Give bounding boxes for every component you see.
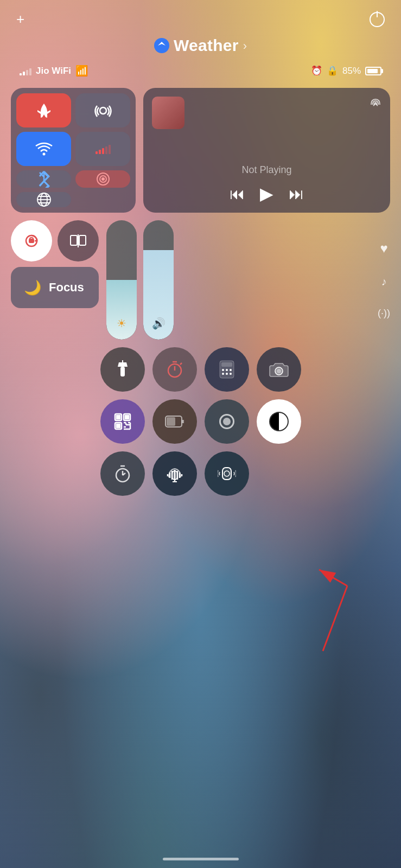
svg-rect-10	[71, 235, 77, 245]
svg-marker-14	[118, 362, 128, 367]
svg-point-21	[230, 369, 232, 371]
controls-area: Not Playing ⏮ ▶ ⏭	[0, 82, 401, 501]
flashlight-button[interactable]	[100, 347, 145, 392]
lock-mirror-row	[11, 220, 99, 261]
weather-header[interactable]: Weather ›	[0, 33, 401, 62]
svg-rect-18	[221, 362, 232, 367]
svg-point-19	[222, 369, 224, 371]
status-bar: Jio WiFi 📶 ⏰ 🔒 85%	[0, 62, 401, 82]
svg-point-23	[226, 373, 228, 375]
screen-mirror-button[interactable]	[58, 220, 99, 261]
weather-title: Weather	[174, 36, 239, 55]
location-icon	[154, 38, 169, 53]
empty-slot	[257, 451, 301, 496]
left-buttons-col: 🌙 Focus	[11, 220, 99, 308]
music-note-icon[interactable]: ♪	[381, 276, 387, 288]
sound-recognition-button[interactable]	[152, 451, 197, 496]
row-connectivity-media: Not Playing ⏮ ▶ ⏭	[11, 88, 390, 213]
svg-rect-11	[79, 235, 86, 245]
play-pause-button[interactable]: ▶	[260, 183, 273, 204]
next-track-button[interactable]: ⏭	[289, 185, 304, 203]
battery-status-button[interactable]	[152, 399, 197, 444]
calculator-button[interactable]	[205, 347, 249, 392]
carrier-label: Jio WiFi	[36, 66, 71, 76]
contrast-icon	[269, 412, 289, 431]
airplane-mode-button[interactable]	[16, 93, 71, 127]
chevron-right-icon: ›	[243, 39, 247, 53]
media-controls: ⏮ ▶ ⏭	[152, 183, 381, 204]
volume-icon: 🔊	[152, 317, 166, 330]
stopwatch-button[interactable]	[100, 451, 145, 496]
row-utilities-2	[11, 399, 390, 444]
wifi-button[interactable]	[16, 132, 71, 166]
battery-icon	[365, 67, 381, 75]
svg-point-4	[102, 178, 104, 180]
qr-scanner-button[interactable]	[100, 399, 145, 444]
screen-record-button[interactable]	[205, 399, 249, 444]
svg-point-1	[42, 152, 45, 155]
dark-invert-button[interactable]	[257, 399, 301, 444]
brightness-slider[interactable]: ☀	[106, 220, 137, 340]
broadcast-icon[interactable]: (·))	[378, 308, 390, 319]
svg-rect-32	[117, 424, 120, 427]
alarm-icon: ⏰	[311, 65, 322, 76]
globe-button[interactable]	[16, 192, 71, 207]
status-left: Jio WiFi 📶	[20, 65, 88, 77]
airdrop-button[interactable]	[75, 93, 130, 127]
add-button[interactable]: +	[16, 11, 24, 28]
brightness-fill	[106, 280, 137, 340]
brightness-icon: ☀	[117, 317, 126, 330]
status-right: ⏰ 🔒 85%	[311, 65, 381, 76]
camera-button[interactable]	[257, 347, 301, 392]
svg-point-22	[222, 373, 224, 375]
timer-button[interactable]	[152, 347, 197, 392]
focus-label: Focus	[49, 280, 84, 295]
focus-button[interactable]: 🌙 Focus	[11, 267, 99, 308]
svg-rect-43	[167, 417, 175, 426]
side-icons: ♥ ♪ (·))	[378, 220, 390, 340]
not-playing-label: Not Playing	[152, 164, 381, 176]
svg-rect-30	[125, 416, 129, 419]
row-sliders-focus: 🌙 Focus ☀ 🔊 ♥ ♪ (·))	[11, 220, 390, 340]
svg-point-0	[100, 107, 106, 114]
sliders-container: ☀ 🔊	[106, 220, 370, 340]
top-bar: +	[0, 0, 401, 33]
power-button[interactable]	[370, 12, 385, 27]
lock-status-icon: 🔒	[327, 65, 338, 76]
cellular-button[interactable]	[75, 132, 130, 166]
airplay-button[interactable]	[370, 97, 381, 111]
bluetooth-button[interactable]	[16, 170, 71, 188]
focus-mode-dot-button[interactable]	[75, 170, 130, 188]
row-utilities-1	[11, 347, 390, 392]
connectivity-panel	[11, 88, 136, 213]
cellular-bars-icon	[96, 144, 111, 154]
watch-haptic-button[interactable]	[205, 451, 249, 496]
signal-bars-icon	[20, 67, 31, 75]
svg-rect-13	[120, 367, 125, 376]
svg-point-20	[226, 369, 228, 371]
svg-line-58	[319, 570, 347, 586]
screen: + Weather › Jio WiFi 📶 ⏰ 🔒 85%	[0, 0, 401, 868]
record-dot-icon	[219, 414, 234, 429]
volume-slider[interactable]: 🔊	[143, 220, 174, 340]
media-panel: Not Playing ⏮ ▶ ⏭	[143, 88, 390, 213]
svg-line-59	[323, 586, 347, 651]
prev-track-button[interactable]: ⏮	[230, 185, 245, 203]
home-indicator[interactable]	[163, 858, 239, 860]
svg-rect-28	[117, 416, 120, 419]
moon-icon: 🌙	[24, 279, 41, 296]
wifi-status-icon: 📶	[75, 65, 88, 77]
heart-icon[interactable]: ♥	[380, 241, 387, 256]
lock-rotation-button[interactable]	[11, 220, 52, 261]
svg-point-26	[277, 369, 281, 373]
battery-percent-label: 85%	[342, 66, 361, 76]
row-utilities-3	[11, 451, 390, 496]
album-art	[152, 97, 184, 129]
svg-point-24	[230, 373, 232, 375]
